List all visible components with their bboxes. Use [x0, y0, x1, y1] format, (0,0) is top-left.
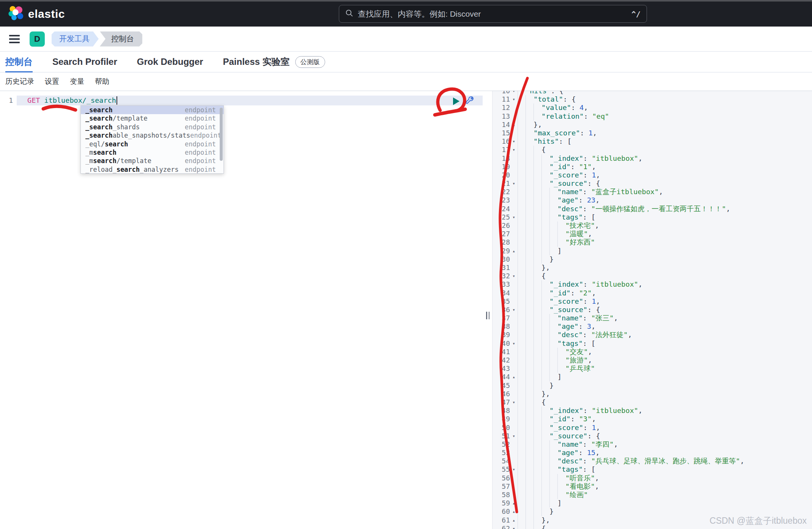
breadcrumb-item-0[interactable]: 开发工具 — [52, 31, 99, 47]
fold-gutter — [510, 112, 518, 121]
response-line: 16▾"hits": [ — [493, 137, 812, 146]
line-number: 10 — [493, 91, 510, 95]
response-line: 38"age": 3, — [493, 322, 812, 331]
response-line: 13"relation": "eq" — [493, 112, 812, 121]
line-number: 41 — [493, 348, 510, 356]
active-line-highlight: GET itbluebox/_search — [17, 96, 483, 105]
line-number: 59 — [493, 499, 510, 507]
menu-item-0[interactable]: 历史记录 — [5, 77, 34, 86]
line-number: 12 — [493, 104, 510, 112]
response-line: 19"_id": "1", — [493, 163, 812, 171]
response-line: 17▾{ — [493, 146, 812, 154]
fold-toggle-icon[interactable]: ▴ — [510, 499, 518, 507]
fold-gutter — [510, 440, 518, 449]
response-line: 44▴] — [493, 373, 812, 381]
fold-toggle-icon[interactable]: ▾ — [510, 213, 518, 221]
response-line: 32▾{ — [493, 272, 812, 280]
autocomplete-item-4[interactable]: _eql/searchendpoint — [81, 140, 223, 148]
fold-toggle-icon[interactable]: ▾ — [510, 465, 518, 474]
fold-toggle-icon[interactable]: ▾ — [510, 432, 518, 440]
fold-gutter — [510, 238, 518, 246]
line-number: 58 — [493, 491, 510, 499]
line-number: 18 — [493, 154, 510, 163]
fold-toggle-icon[interactable]: ▾ — [510, 95, 518, 104]
line-number: 15 — [493, 129, 510, 137]
response-line: 35"_score": 1, — [493, 297, 812, 306]
autocomplete-meta: endpoint — [185, 165, 216, 174]
fold-toggle-icon[interactable]: ▾ — [510, 146, 518, 154]
fold-toggle-icon[interactable]: ▾ — [510, 272, 518, 280]
autocomplete-item-1[interactable]: _search/templateendpoint — [81, 114, 223, 122]
space-avatar[interactable]: D — [30, 31, 45, 47]
console-editor[interactable]: 1 GET itbluebox/_search — [0, 91, 483, 529]
response-line: 36▾"_source": { — [493, 306, 812, 314]
wrench-icon[interactable] — [464, 96, 475, 107]
fold-gutter — [510, 255, 518, 264]
response-line: 59▴] — [493, 499, 812, 507]
search-icon — [345, 9, 353, 19]
beta-badge: 公测版 — [295, 56, 325, 68]
line-number: 25 — [493, 213, 510, 221]
tabs: 控制台Search ProfilerGrok DebuggerPainless … — [0, 52, 812, 72]
autocomplete-item-7[interactable]: _reload_search_analyzersendpoint — [81, 165, 223, 174]
response-line: 42"旅游", — [493, 356, 812, 364]
fold-toggle-icon[interactable]: ▴ — [510, 373, 518, 381]
fold-gutter — [510, 364, 518, 373]
line-number: 13 — [493, 112, 510, 121]
brand[interactable]: elastic — [8, 6, 65, 22]
line-number: 54 — [493, 457, 510, 465]
response-line: 14▴}, — [493, 121, 812, 129]
autocomplete-item-3[interactable]: _searchable_snapshots/statsendpoint — [81, 131, 223, 140]
send-request-button play-icon[interactable] — [453, 97, 460, 105]
fold-gutter — [510, 424, 518, 432]
response-line: 56"听音乐", — [493, 474, 812, 482]
autocomplete-scrollbar[interactable] — [220, 108, 223, 161]
line-number: 37 — [493, 314, 510, 322]
line-number: 16 — [493, 137, 510, 146]
menu-item-1[interactable]: 设置 — [45, 77, 59, 86]
fold-toggle-icon[interactable]: ▴ — [510, 516, 518, 524]
fold-toggle-icon[interactable]: ▾ — [510, 524, 518, 529]
fold-toggle-icon[interactable]: ▴ — [510, 507, 518, 516]
breadcrumb-row: D 开发工具控制台 — [0, 27, 812, 52]
line-number: 24 — [493, 205, 510, 213]
line-number: 29 — [493, 247, 510, 255]
fold-toggle-icon[interactable]: ▾ — [510, 306, 518, 314]
menu-item-3[interactable]: 帮助 — [95, 77, 109, 86]
response-pane[interactable]: 10▾"hits": {11▾"total": {12"value": 4,13… — [492, 91, 812, 529]
line-number: 48 — [493, 407, 510, 415]
autocomplete-item-5[interactable]: _msearchendpoint — [81, 148, 223, 157]
global-search-input[interactable] — [358, 9, 627, 19]
pane-resize-handle[interactable] — [486, 312, 489, 319]
fold-toggle-icon[interactable]: ▴ — [510, 247, 518, 255]
autocomplete-item-6[interactable]: _msearch/templateendpoint — [81, 157, 223, 165]
line-number: 31 — [493, 264, 510, 272]
menu-icon[interactable] — [9, 35, 20, 43]
fold-toggle-icon[interactable]: ▾ — [510, 179, 518, 188]
response-line: 30} — [493, 255, 812, 264]
request-url: itbluebox/_search — [44, 96, 116, 105]
fold-toggle-icon[interactable]: ▴ — [510, 121, 518, 129]
shortcut-hint: ^/ — [631, 9, 640, 19]
fold-gutter — [510, 280, 518, 289]
autocomplete-item-2[interactable]: _search_shardsendpoint — [81, 123, 223, 131]
request-separator — [40, 96, 44, 105]
tab-3[interactable]: Painless 实验室公测版 — [223, 52, 325, 72]
line-number: 49 — [493, 415, 510, 423]
autocomplete-item-0[interactable]: _searchendpoint — [81, 106, 223, 114]
line-number: 52 — [493, 440, 510, 449]
tab-1[interactable]: Search Profiler — [52, 52, 117, 72]
response-line: 27"温暖", — [493, 230, 812, 238]
global-search[interactable]: ^/ — [339, 5, 647, 23]
fold-toggle-icon[interactable]: ▾ — [510, 91, 518, 95]
tab-2[interactable]: Grok Debugger — [137, 52, 203, 72]
tab-0[interactable]: 控制台 — [5, 52, 33, 72]
response-line: 49"_id": "3", — [493, 415, 812, 423]
fold-toggle-icon[interactable]: ▾ — [510, 137, 518, 146]
response-line: 37"name": "张三", — [493, 314, 812, 322]
menu-item-2[interactable]: 变量 — [70, 77, 84, 86]
fold-toggle-icon[interactable]: ▾ — [510, 398, 518, 407]
fold-gutter — [510, 415, 518, 423]
fold-toggle-icon[interactable]: ▾ — [510, 339, 518, 348]
response-line: 48"_index": "itbluebox", — [493, 407, 812, 415]
